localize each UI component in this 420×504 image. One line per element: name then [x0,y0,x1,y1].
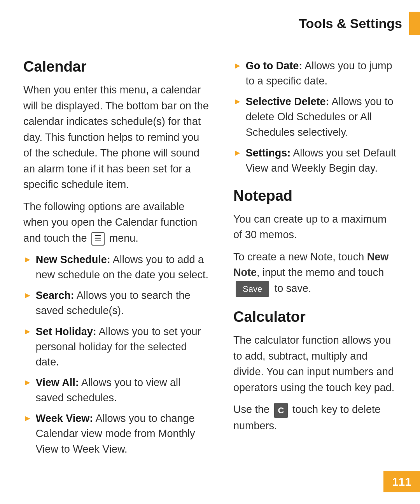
calendar-intro-p1: When you enter this menu, a calendar wil… [23,82,210,193]
bullet-arrow-icon: ► [23,412,32,425]
page-header: Tools & Settings [0,0,420,43]
bullet-label: Week View: [36,413,93,424]
list-item: ► View All: Allows you to view all saved… [23,375,210,406]
menu-word: menu. [109,232,138,244]
bullet-arrow-icon: ► [23,289,32,302]
list-item: ► Week View: Allows you to change Calend… [23,411,210,457]
list-item: ► New Schedule: Allows you to add a new … [23,252,210,283]
notepad-section: Notepad You can create up to a maximum o… [233,188,397,297]
notepad-body1: You can create up to a maximum of 30 mem… [233,211,397,243]
notepad-title: Notepad [233,188,397,204]
bullet-label: New Schedule: [36,254,110,265]
bullet-text: View All: Allows you to view all saved s… [36,375,210,406]
list-item: ► Selective Delete: Allows you to delete… [233,94,397,140]
notepad-body2-mid: , input the memo and touch [257,267,384,278]
menu-icon: ☰ [91,232,105,245]
bullet-text: New Schedule: Allows you to add a new sc… [36,252,210,283]
list-item: ► Set Holiday: Allows you to set your pe… [23,324,210,370]
page-title: Tools & Settings [299,16,402,31]
notepad-body2-before: To create a new Note, touch [233,251,364,263]
bullet-arrow-icon: ► [23,253,32,266]
bullet-text: Settings: Allows you set Default View an… [246,146,397,176]
bullet-text: Selective Delete: Allows you to delete O… [246,94,397,140]
c-key-button[interactable]: C [274,403,288,418]
bullet-label: Selective Delete: [246,96,329,107]
calendar-title: Calendar [23,58,210,75]
list-item: ► Go to Date: Allows you to jump to a sp… [233,58,397,89]
list-item: ► Search: Allows you to search the saved… [23,288,210,318]
bullet-label: Search: [36,290,74,301]
page-number: 111 [383,471,420,492]
bullet-label: Go to Date: [246,60,303,72]
calendar-bullet-list: ► New Schedule: Allows you to add a new … [23,252,210,457]
right-column: ► Go to Date: Allows you to jump to a sp… [233,58,397,462]
left-column: Calendar When you enter this menu, a cal… [23,58,210,462]
calculator-body2: Use the C touch key to delete numbers. [233,402,397,434]
calculator-title: Calculator [233,309,397,325]
bullet-label: Settings: [246,147,291,159]
bullet-arrow-icon: ► [233,60,242,72]
bullet-label: View All: [36,377,79,388]
calculator-section: Calculator The calculator function allow… [233,309,397,434]
main-content: Calendar When you enter this menu, a cal… [0,43,420,478]
right-bullet-list: ► Go to Date: Allows you to jump to a sp… [233,58,397,176]
bullet-text: Search: Allows you to search the saved s… [36,288,210,318]
bullet-text: Week View: Allows you to change Calendar… [36,411,210,457]
bullet-arrow-icon: ► [233,147,242,159]
bullet-text: Set Holiday: Allows you to set your pers… [36,324,210,370]
bullet-arrow-icon: ► [23,325,32,338]
notepad-body2: To create a new Note, touch New Note, in… [233,249,397,297]
bullet-arrow-icon: ► [23,376,32,389]
save-button[interactable]: Save [236,281,269,297]
list-item: ► Settings: Allows you set Default View … [233,146,397,176]
calculator-body1: The calculator function allows you to ad… [233,332,397,395]
bullet-label: Set Holiday: [36,326,96,337]
header-accent-bar [409,12,420,35]
calculator-body2-before: Use the [233,404,270,415]
notepad-body2-end: to save. [275,283,312,294]
calendar-intro-p2: The following options are available when… [23,199,210,246]
bullet-arrow-icon: ► [233,95,242,108]
bullet-text: Go to Date: Allows you to jump to a spec… [246,58,397,89]
